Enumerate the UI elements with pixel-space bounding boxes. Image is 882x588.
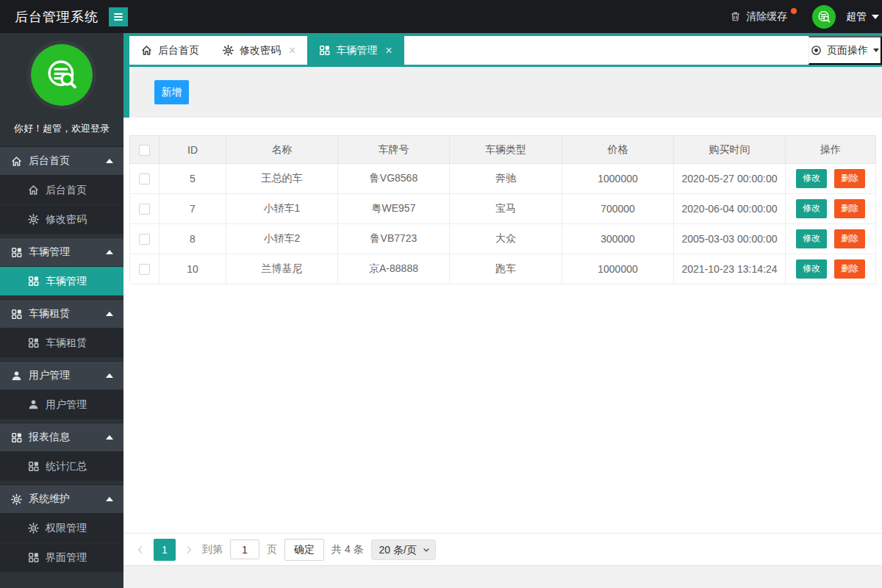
- sidebar-item-vehicle-rental[interactable]: 车辆租赁: [0, 329, 123, 358]
- sidebar-item-label: 用户管理: [29, 369, 70, 382]
- close-icon[interactable]: ×: [289, 45, 295, 57]
- page-size-select[interactable]: 20 条/页: [372, 540, 435, 559]
- page-operations-label: 页面操作: [827, 44, 868, 57]
- grid-icon: [28, 552, 39, 563]
- sidebar-item-change-password[interactable]: 修改密码: [0, 205, 123, 234]
- edit-button[interactable]: 修改: [796, 199, 827, 218]
- confirm-button[interactable]: 确定: [284, 539, 324, 561]
- user-menu-button[interactable]: 超管: [846, 10, 879, 24]
- sidebar-item-vehicle-rental-parent[interactable]: 车辆租赁: [0, 299, 123, 329]
- user-icon: [11, 370, 22, 381]
- cell-time: 2021-10-23 13:14:24: [674, 254, 786, 284]
- tab-change-password[interactable]: 修改密码 ×: [211, 36, 307, 65]
- sidebar-item-user-mgmt[interactable]: 用户管理: [0, 390, 123, 420]
- cell-price: 700000: [562, 194, 674, 224]
- grid-icon: [28, 461, 39, 472]
- col-header-purchase-time: 购买时间: [674, 136, 786, 164]
- close-icon[interactable]: ×: [385, 45, 392, 57]
- cell-type: 大众: [450, 224, 562, 254]
- grid-icon: [11, 247, 22, 258]
- cell-time: 2020-06-04 00:00:00: [674, 194, 786, 224]
- chevron-left-icon: [135, 544, 146, 556]
- grid-icon: [28, 337, 39, 348]
- sidebar-item-permission-mgmt[interactable]: 权限管理: [0, 514, 123, 543]
- delete-button[interactable]: 删除: [834, 259, 865, 278]
- sidebar-item-home-parent[interactable]: 后台首页: [0, 146, 123, 176]
- sidebar-item-label: 统计汇总: [46, 460, 87, 473]
- sidebar-item-interface-mgmt[interactable]: 界面管理: [0, 543, 123, 573]
- delete-button[interactable]: 删除: [834, 229, 865, 248]
- clear-cache-button[interactable]: 清除缓存: [730, 10, 787, 24]
- col-header-actions: 操作: [786, 136, 876, 164]
- sidebar-toggle-button[interactable]: [109, 7, 128, 26]
- cell-price: 1000000: [562, 164, 674, 194]
- grid-icon: [11, 432, 22, 443]
- sidebar-item-system-maint-parent[interactable]: 系统维护: [0, 484, 123, 514]
- sidebar-item-report-info-parent[interactable]: 报表信息: [0, 423, 123, 452]
- home-icon: [11, 156, 22, 167]
- table-wrapper: ID 名称 车牌号 车辆类型 价格 购买时间 操作 5 王总的车 鲁VG856: [129, 135, 876, 284]
- sidebar-item-stats-summary[interactable]: 统计汇总: [0, 452, 123, 481]
- delete-button[interactable]: 删除: [834, 169, 865, 187]
- sidebar-avatar: [31, 44, 93, 106]
- prev-page-button[interactable]: [135, 544, 146, 556]
- row-checkbox[interactable]: [139, 264, 150, 275]
- tab-home[interactable]: 后台首页: [129, 36, 211, 65]
- row-checkbox[interactable]: [139, 234, 150, 245]
- add-button[interactable]: 新增: [154, 80, 189, 104]
- cell-id: 8: [159, 224, 226, 254]
- page-operations-button[interactable]: 页面操作: [808, 36, 882, 65]
- sidebar-item-label: 后台首页: [46, 184, 87, 197]
- grid-icon: [28, 276, 39, 287]
- tabs-row: 后台首页 修改密码 × 车辆管理 ×: [129, 36, 808, 65]
- sidebar-item-label: 界面管理: [46, 551, 87, 564]
- sidebar-item-label: 系统维护: [29, 492, 70, 506]
- row-checkbox[interactable]: [139, 173, 150, 184]
- username-label: 超管: [846, 10, 867, 24]
- col-header-plate: 车牌号: [338, 136, 450, 164]
- chevron-up-icon: [106, 250, 113, 254]
- sidebar-item-user-mgmt-parent[interactable]: 用户管理: [0, 361, 123, 390]
- row-checkbox[interactable]: [139, 204, 150, 215]
- main-content: 后台首页 修改密码 × 车辆管理 × 页面操作 新增: [123, 33, 882, 588]
- cell-name: 王总的车: [226, 164, 338, 194]
- next-page-button[interactable]: [183, 544, 195, 556]
- tab-label: 车辆管理: [336, 44, 377, 57]
- trash-icon: [730, 11, 741, 22]
- cell-name: 小轿车2: [226, 224, 338, 254]
- table-row: 7 小轿车1 粤WE957 宝马 700000 2020-06-04 00:00…: [130, 194, 876, 224]
- delete-button[interactable]: 删除: [834, 199, 865, 218]
- sidebar-item-vehicle-mgmt-parent[interactable]: 车辆管理: [0, 237, 123, 267]
- sidebar-item-label: 权限管理: [46, 522, 87, 535]
- edit-button[interactable]: 修改: [796, 169, 827, 187]
- logo-icon: [816, 9, 832, 25]
- sidebar-item-vehicle-mgmt[interactable]: 车辆管理: [0, 267, 123, 296]
- pagination-bar: 1 到第 页 确定 共 4 条 20 条/页: [123, 533, 882, 565]
- chevron-right-icon: [183, 544, 195, 556]
- total-count-label: 共 4 条: [331, 543, 364, 556]
- edit-button[interactable]: 修改: [796, 259, 827, 278]
- sidebar-item-label: 报表信息: [29, 431, 70, 444]
- hamburger-icon: [112, 10, 125, 24]
- tab-vehicle-mgmt[interactable]: 车辆管理 ×: [307, 33, 404, 67]
- sidebar-item-label: 车辆租赁: [46, 337, 87, 350]
- page-1-button[interactable]: 1: [154, 539, 176, 561]
- gear-icon: [28, 523, 39, 534]
- chevron-up-icon: [106, 373, 113, 378]
- cell-price: 300000: [562, 224, 674, 254]
- gear-icon: [28, 214, 39, 225]
- user-avatar[interactable]: [812, 5, 836, 29]
- radio-dot-icon: [811, 45, 822, 56]
- topbar: 后台管理系统 清除缓存 超管: [0, 0, 882, 33]
- notification-dot: [791, 8, 797, 14]
- col-header-id: ID: [159, 136, 226, 164]
- sidebar-item-home[interactable]: 后台首页: [0, 176, 123, 205]
- goto-page-input[interactable]: [230, 539, 259, 559]
- cell-id: 7: [159, 194, 226, 224]
- cell-time: 2020-05-27 00:00:00: [674, 164, 786, 194]
- cell-plate: 鲁VB7723: [338, 224, 450, 254]
- select-all-checkbox[interactable]: [139, 145, 150, 156]
- sidebar: 你好！超管，欢迎登录 后台首页 后台首页 修改密码 车辆管理 车辆管理 车辆租赁: [0, 33, 123, 588]
- cell-type: 宝马: [450, 194, 562, 224]
- edit-button[interactable]: 修改: [796, 229, 827, 248]
